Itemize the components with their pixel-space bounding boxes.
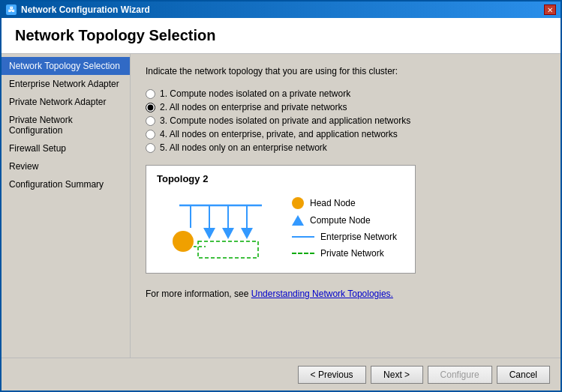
window-icon: 🖧 [6,4,17,15]
title-bar-left: 🖧 Network Configuration Wizard [6,4,150,15]
enterprise-network-label: Enterprise Network [320,232,397,242]
footer: < Previous Next > Configure Cancel [2,358,560,391]
info-text: For more information, see [146,289,251,299]
title-bar: 🖧 Network Configuration Wizard ✕ [2,1,560,18]
svg-marker-5 [203,228,215,239]
private-network-icon [292,253,314,254]
radio-option-3[interactable]: 3. Compute nodes isolated on private and… [146,115,545,126]
info-link[interactable]: Understanding Network Topologies. [251,289,393,299]
wizard-window: 🖧 Network Configuration Wizard ✕ Network… [0,0,562,392]
topology-diagram: Head Node Compute Node Enterprise Networ… [157,190,404,265]
compute-node-label: Compute Node [310,215,371,226]
topology-options: 1. Compute nodes isolated on a private n… [146,88,545,153]
radio-label-5: 5. All nodes only on an enterprise netwo… [160,142,327,153]
instruction-text: Indicate the network topology that you a… [146,66,545,76]
window-title: Network Configuration Wizard [21,4,150,15]
configure-button[interactable]: Configure [428,366,492,384]
legend-private-network: Private Network [292,248,397,259]
sidebar-item-config-summary[interactable]: Configuration Summary [2,175,130,193]
page-title: Network Topology Selection [15,27,547,44]
radio-input-1[interactable] [146,89,155,99]
radio-input-5[interactable] [146,143,155,153]
sidebar-item-network-topology[interactable]: Network Topology Selection [2,57,130,75]
main-body: Network Topology Selection Enterprise Ne… [2,54,560,358]
topology-box: Topology 2 [146,165,416,274]
private-network-label: Private Network [320,248,384,259]
sidebar: Network Topology Selection Enterprise Ne… [2,54,131,358]
head-node-icon [292,197,304,209]
next-button[interactable]: Next > [371,366,423,384]
sidebar-item-private-adapter[interactable]: Private Network Adapter [2,93,130,111]
legend-enterprise-network: Enterprise Network [292,232,397,242]
compute-node-icon [292,215,304,226]
radio-label-1: 1. Compute nodes isolated on a private n… [160,88,350,99]
head-node-label: Head Node [310,198,356,208]
topology-svg [157,190,277,265]
legend-compute-node: Compute Node [292,215,397,226]
close-button[interactable]: ✕ [544,4,556,15]
svg-rect-9 [198,241,258,258]
radio-option-2[interactable]: 2. All nodes on enterprise and private n… [146,102,545,112]
page-header: Network Topology Selection [2,18,560,54]
sidebar-item-firewall[interactable]: Firewall Setup [2,139,130,157]
info-section: For more information, see Understanding … [146,289,545,299]
radio-input-2[interactable] [146,103,155,112]
sidebar-item-private-config[interactable]: Private Network Configuration [2,111,130,139]
radio-input-4[interactable] [146,130,155,139]
radio-input-3[interactable] [146,116,155,126]
topology-title: Topology 2 [157,173,404,184]
right-panel: Indicate the network topology that you a… [131,54,560,358]
radio-label-4: 4. All nodes on enterprise, private, and… [160,129,398,139]
radio-label-2: 2. All nodes on enterprise and private n… [160,102,347,112]
radio-option-1[interactable]: 1. Compute nodes isolated on a private n… [146,88,545,99]
radio-option-5[interactable]: 5. All nodes only on an enterprise netwo… [146,142,545,153]
radio-option-4[interactable]: 4. All nodes on enterprise, private, and… [146,129,545,139]
svg-marker-6 [222,228,234,239]
svg-point-8 [173,231,194,252]
radio-label-3: 3. Compute nodes isolated on private and… [160,115,410,126]
enterprise-network-icon [292,236,314,238]
previous-button[interactable]: < Previous [298,366,366,384]
legend: Head Node Compute Node Enterprise Networ… [292,197,397,259]
legend-head-node: Head Node [292,197,397,209]
cancel-button[interactable]: Cancel [497,366,550,384]
sidebar-item-review[interactable]: Review [2,157,130,175]
svg-marker-7 [241,228,253,239]
sidebar-item-enterprise-adapter[interactable]: Enterprise Network Adapter [2,75,130,93]
